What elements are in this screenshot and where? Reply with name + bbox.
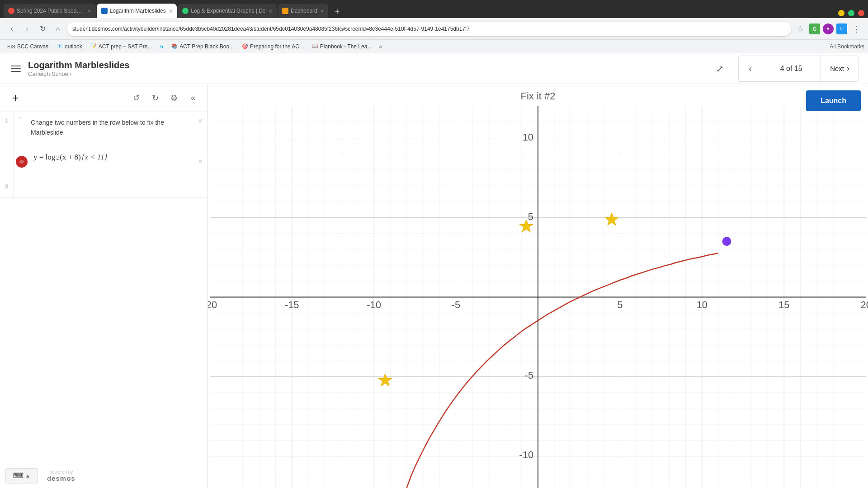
expression-list: 1 " Change two numbers in the row below …	[0, 112, 208, 463]
bookmark-scc-label: SCC Canvas	[17, 43, 48, 50]
bookmark-act2[interactable]: 📚 ACT Prep Black Boo...	[168, 42, 237, 51]
powered-by-text: powered by	[50, 469, 73, 474]
extension3-icon[interactable]: C	[836, 23, 847, 34]
purple-dot	[722, 237, 731, 246]
bookmarks-bar: SIS SCC Canvas 📧 outlook 📝 ACT prep – SA…	[0, 40, 868, 53]
tab1-favicon	[8, 8, 14, 14]
tab4-close[interactable]: ×	[321, 8, 324, 14]
svg-text:-15: -15	[285, 299, 299, 310]
app-subtitle: Carleigh Schoen	[28, 70, 130, 77]
next-page-button[interactable]: Next ›	[821, 56, 859, 82]
bookmark-planbook-label: Planbook - The Lea...	[320, 43, 372, 50]
equation-display: y = log2(x + 8) {x < 11}	[33, 153, 189, 162]
svg-text:20: 20	[861, 299, 868, 310]
undo-button[interactable]: ↺	[129, 91, 143, 105]
launch-button[interactable]: Launch	[806, 90, 861, 111]
settings-button[interactable]: ⚙	[167, 91, 181, 105]
maximize-button[interactable]	[848, 10, 854, 16]
graph-title: Fix it #2	[208, 84, 868, 106]
svg-text:-10: -10	[367, 299, 381, 310]
bookmark-act1[interactable]: 📝 ACT prep – SAT Pre...	[87, 42, 156, 51]
keyboard-icon: ⌨	[13, 471, 24, 480]
tab2-favicon	[101, 8, 108, 14]
back-button[interactable]: ‹	[5, 23, 18, 35]
forward-button[interactable]: ›	[21, 23, 33, 35]
tab3-close[interactable]: ×	[269, 8, 272, 14]
page-indicator: 4 of 15	[762, 56, 821, 82]
expr-content-2[interactable]: y = log2(x + 8) {x < 11}	[30, 148, 193, 175]
svg-text:-5: -5	[452, 299, 460, 310]
redo-button[interactable]: ↻	[148, 91, 162, 105]
tab-bar: Spring 2024 Public Speaking (C × Logarit…	[0, 0, 868, 18]
url-input[interactable]	[67, 22, 791, 36]
expand-icon[interactable]: ⤢	[716, 63, 724, 74]
expr-close-1[interactable]: ×	[193, 112, 208, 148]
tab2-title: Logarithm Marbleslides	[110, 8, 166, 14]
tab1-title: Spring 2024 Public Speaking (C	[17, 8, 85, 14]
more-bookmarks[interactable]: »	[376, 42, 385, 51]
tab3-title: Log & Exponential Graphs | De	[191, 8, 265, 14]
tab-spring-speaking[interactable]: Spring 2024 Public Speaking (C ×	[4, 4, 96, 18]
svg-text:-20: -20	[208, 299, 217, 310]
all-bookmarks[interactable]: All Bookmarks	[830, 43, 864, 50]
expr-text-1: Change two numbers in the row below to f…	[31, 117, 189, 138]
keyboard-button[interactable]: ⌨ ▲	[5, 468, 38, 483]
expression-row-2: y = log2(x + 8) {x < 11} ×	[0, 148, 208, 175]
tab-log-exponential[interactable]: Log & Exponential Graphs | De ×	[178, 4, 277, 18]
keyboard-chevron-icon: ▲	[25, 473, 31, 479]
expr-number-1: 1	[0, 112, 14, 148]
expr-content-3[interactable]	[14, 175, 208, 197]
bookmark-outlook[interactable]: 📧 outlook	[53, 42, 86, 51]
expr-close-2[interactable]: ×	[193, 148, 208, 175]
extension2-icon[interactable]: ♥	[823, 23, 834, 34]
bookmark-act2-label: ACT Prep Black Boo...	[179, 43, 234, 50]
refresh-button[interactable]: ↻	[36, 23, 49, 35]
expr-quote-icon: "	[14, 112, 27, 148]
hamburger-line-1	[11, 66, 21, 66]
expression-row-1: 1 " Change two numbers in the row below …	[0, 112, 208, 148]
tab-logarithm[interactable]: Logarithm Marbleslides ×	[97, 4, 177, 18]
powered-by-desmos: powered by desmos	[47, 469, 75, 482]
expr-number-3: 3	[0, 175, 14, 197]
add-expression-button[interactable]: +	[7, 90, 24, 106]
tab3-favicon	[182, 8, 189, 14]
tab-dashboard[interactable]: Dashboard ×	[278, 4, 328, 18]
star-button[interactable]: ☆	[794, 23, 807, 35]
bookmark-preparing[interactable]: 🎯 Preparing for the AC...	[238, 42, 307, 51]
extension1-icon[interactable]: G	[809, 23, 820, 34]
bookmark-planbook[interactable]: 📖 Planbook - The Lea...	[308, 42, 376, 51]
desmos-logo: desmos	[47, 474, 75, 482]
launch-button-container: Launch	[806, 90, 861, 111]
svg-text:10: 10	[523, 131, 533, 143]
close-button[interactable]	[858, 10, 864, 16]
graph-svg: -20 -15 -10 -5 5 10 15 20 10 5 -5	[208, 106, 868, 488]
graph-container: -20 -15 -10 -5 5 10 15 20 10 5 -5	[208, 106, 868, 488]
bookmark-h[interactable]: h	[157, 43, 167, 50]
left-panel-footer: ⌨ ▲ powered by desmos	[0, 463, 208, 488]
hamburger-button[interactable]	[9, 64, 23, 74]
svg-text:5: 5	[617, 299, 623, 310]
new-tab-button[interactable]: +	[331, 5, 344, 18]
more-button[interactable]: ⋮	[850, 23, 863, 35]
svg-text:15: 15	[778, 299, 789, 310]
tab2-close[interactable]: ×	[169, 8, 173, 14]
next-chevron-icon: ›	[847, 64, 849, 73]
tab4-favicon	[282, 8, 288, 14]
desmos-icon	[14, 148, 30, 175]
tab1-close[interactable]: ×	[88, 8, 91, 14]
bookmark-preparing-label: Preparing for the AC...	[250, 43, 304, 50]
hamburger-line-2	[11, 68, 21, 69]
app: Logarithm Marbleslides Carleigh Schoen ⤢…	[0, 53, 868, 488]
collapse-panel-button[interactable]: «	[186, 91, 200, 105]
home-button[interactable]: ⌂	[52, 23, 64, 35]
nav-controls: ‹ 4 of 15 Next ›	[738, 56, 859, 82]
window-controls	[838, 10, 864, 18]
prev-page-button[interactable]: ‹	[738, 56, 762, 82]
bookmark-scc[interactable]: SIS SCC Canvas	[4, 42, 52, 51]
minimize-button[interactable]	[838, 10, 844, 16]
left-panel: + ↺ ↻ ⚙ « 1 " Change two numbers in the …	[0, 84, 208, 488]
expr-number-2	[0, 148, 14, 175]
main-content: + ↺ ↻ ⚙ « 1 " Change two numbers in the …	[0, 84, 868, 488]
svg-text:10: 10	[697, 299, 708, 310]
browser-chrome: Spring 2024 Public Speaking (C × Logarit…	[0, 0, 868, 53]
